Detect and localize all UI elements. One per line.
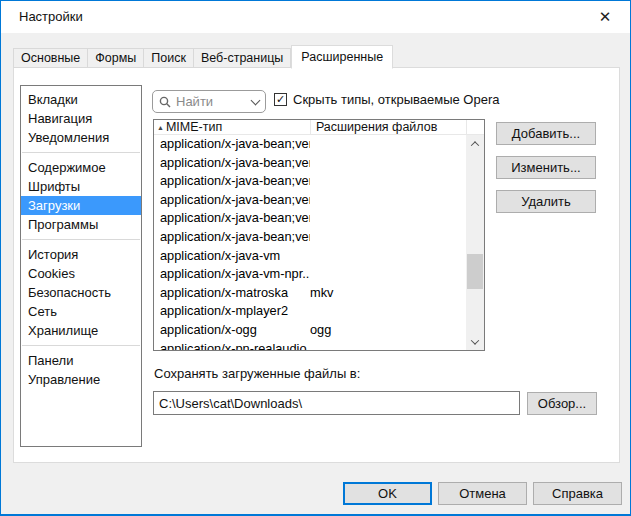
tab-advanced[interactable]: Расширенные [291, 45, 393, 69]
cell-mime-type: application/x-mplayer2 [160, 302, 310, 321]
cell-mime-type: application/x-ogg [160, 321, 310, 340]
table-row[interactable]: application/x-java-bean;ver... [154, 154, 466, 173]
sidebar-item-0-1[interactable]: Навигация [21, 109, 141, 128]
title-bar: Настройки ✕ [1, 1, 630, 33]
search-icon [159, 96, 171, 108]
cell-file-extensions [310, 154, 466, 173]
cell-mime-type: application/x-java-bean;ver... [160, 209, 310, 228]
table-row[interactable]: application/x-java-bean;ver... [154, 228, 466, 247]
sidebar-item-2-3[interactable]: Сеть [21, 302, 141, 321]
browse-button[interactable]: Обзор... [527, 392, 597, 415]
sidebar-item-0-0[interactable]: Вкладки [21, 90, 141, 109]
tab-forms[interactable]: Формы [88, 48, 144, 68]
download-path-input[interactable] [153, 391, 520, 415]
scrollbar-thumb[interactable] [467, 254, 483, 289]
table-row[interactable]: application/x-matroskamkv [154, 284, 466, 303]
tab-general[interactable]: Основные [13, 48, 88, 68]
cell-mime-type: application/x-java-vm-npr... [160, 265, 310, 284]
sidebar-item-1-2[interactable]: Загрузки [21, 196, 141, 215]
mime-table: ▲ MIME-тип Расширения файлов application… [153, 119, 485, 351]
sidebar-item-2-0[interactable]: История [21, 245, 141, 264]
cell-file-extensions [310, 302, 466, 321]
cell-file-extensions [310, 265, 466, 284]
tab-panel-advanced: ВкладкиНавигацияУведомленияСодержимоеШри… [13, 67, 620, 463]
table-scrollbar[interactable] [466, 135, 484, 350]
cell-file-extensions: mkv [310, 284, 466, 303]
cell-mime-type: application/x-java-vm [160, 247, 310, 266]
search-placeholder: Найти [176, 94, 252, 109]
sidebar-item-2-4[interactable]: Хранилище [21, 321, 141, 340]
settings-dialog: Настройки ✕ ОсновныеФормыПоискВеб-страни… [0, 0, 631, 516]
sidebar-item-2-2[interactable]: Безопасность [21, 283, 141, 302]
table-row[interactable]: application/x-java-bean;ver... [154, 135, 466, 154]
cell-mime-type: application/x-java-bean;ver... [160, 172, 310, 191]
save-location-label: Сохранять загруженные файлы в: [154, 366, 360, 381]
sort-asc-icon: ▲ [157, 124, 164, 131]
cell-mime-type: application/x-java-bean;ver... [160, 135, 310, 154]
sidebar-separator [22, 152, 140, 153]
cell-mime-type: application/x-pn-realaudio [160, 340, 310, 350]
cell-file-extensions [310, 247, 466, 266]
table-row[interactable]: application/x-java-vm-npr... [154, 265, 466, 284]
cell-mime-type: application/x-java-bean;ver... [160, 228, 310, 247]
header-scroll-spacer [466, 120, 484, 135]
hide-types-label: Скрыть типы, открываемые Opera [293, 92, 499, 107]
chevron-up-icon [471, 141, 479, 149]
cell-file-extensions: ogg [310, 321, 466, 340]
sidebar-list: ВкладкиНавигацияУведомленияСодержимоеШри… [20, 85, 142, 447]
cell-mime-type: application/x-java-bean;ver... [160, 154, 310, 173]
search-combobox[interactable]: Найти [152, 90, 266, 113]
checkbox-check-icon[interactable]: ✓ [274, 93, 287, 106]
help-button[interactable]: Справка [533, 482, 622, 505]
table-row[interactable]: application/x-pn-realaudio [154, 340, 466, 350]
sidebar-item-0-2[interactable]: Уведомления [21, 128, 141, 147]
tab-search[interactable]: Поиск [144, 48, 194, 68]
table-row[interactable]: application/x-java-bean;ver... [154, 191, 466, 210]
mime-table-header: ▲ MIME-тип Расширения файлов [154, 120, 484, 135]
cell-file-extensions [310, 340, 466, 350]
sidebar-separator [22, 345, 140, 346]
cell-mime-type: application/x-matroska [160, 284, 310, 303]
cell-file-extensions [310, 172, 466, 191]
table-row[interactable]: application/x-java-vm [154, 247, 466, 266]
tab-strip: ОсновныеФормыПоискВеб-страницыРасширенны… [13, 44, 393, 68]
cell-file-extensions [310, 228, 466, 247]
mime-table-body: application/x-java-bean;ver...applicatio… [154, 135, 466, 350]
scrollbar-down-button[interactable] [466, 333, 484, 350]
sidebar-item-1-0[interactable]: Содержимое [21, 158, 141, 177]
hide-types-checkbox[interactable]: ✓ Скрыть типы, открываемые Opera [274, 92, 499, 107]
sidebar-item-3-1[interactable]: Управление [21, 370, 141, 389]
tab-web-pages[interactable]: Веб-страницы [194, 48, 291, 68]
column-header-extensions[interactable]: Расширения файлов [311, 120, 466, 134]
sidebar-item-2-1[interactable]: Cookies [21, 264, 141, 283]
sidebar-separator [22, 239, 140, 240]
add-button[interactable]: Добавить... [496, 122, 596, 145]
window-title: Настройки [19, 9, 83, 24]
scrollbar-up-button[interactable] [466, 135, 484, 152]
chevron-down-icon[interactable] [251, 95, 261, 105]
cancel-button[interactable]: Отмена [438, 482, 527, 505]
cell-mime-type: application/x-java-bean;ver... [160, 191, 310, 210]
edit-button[interactable]: Изменить... [496, 156, 596, 179]
ok-button[interactable]: OK [343, 482, 432, 505]
cell-file-extensions [310, 191, 466, 210]
sidebar-item-1-3[interactable]: Программы [21, 215, 141, 234]
table-row[interactable]: application/x-oggogg [154, 321, 466, 340]
cell-file-extensions [310, 209, 466, 228]
column-header-mime[interactable]: MIME-тип [166, 120, 310, 134]
delete-button[interactable]: Удалить [496, 190, 596, 213]
table-row[interactable]: application/x-mplayer2 [154, 302, 466, 321]
cell-file-extensions [310, 135, 466, 154]
sidebar-item-3-0[interactable]: Панели [21, 351, 141, 370]
table-row[interactable]: application/x-java-bean;ver... [154, 172, 466, 191]
table-row[interactable]: application/x-java-bean;ver... [154, 209, 466, 228]
close-icon[interactable]: ✕ [594, 6, 616, 28]
sidebar-item-1-1[interactable]: Шрифты [21, 177, 141, 196]
chevron-down-icon [471, 336, 479, 344]
